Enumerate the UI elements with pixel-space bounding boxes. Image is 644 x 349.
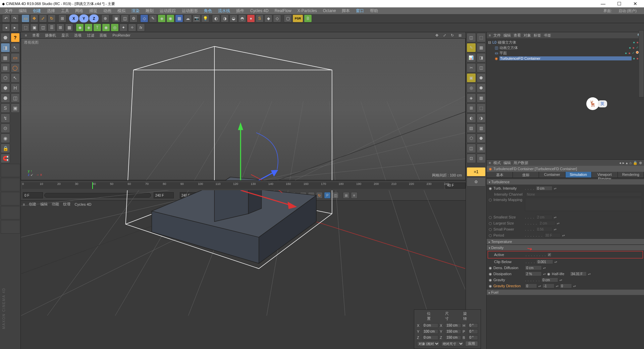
lt-axis[interactable]: ↯ xyxy=(1,113,10,123)
rt-ratio[interactable]: =1 xyxy=(467,167,486,177)
lt-grid2[interactable] xyxy=(1,178,20,191)
menu-create[interactable]: 创建 xyxy=(30,7,44,14)
pos-z-field[interactable]: 0 cm xyxy=(422,335,438,340)
menu-octane[interactable]: Octane xyxy=(320,8,339,14)
lt-grid5[interactable] xyxy=(1,220,20,234)
last-tool[interactable]: ⊞ xyxy=(58,14,66,22)
rot-p-field[interactable]: 0 ° xyxy=(468,329,478,334)
attr-body[interactable]: Turbulence ◉Turb. Intensity. . . . 0 cm▴… xyxy=(487,178,644,349)
tab-container[interactable]: Container xyxy=(539,172,565,178)
maximize-button[interactable]: ☐ xyxy=(612,1,626,6)
lt-help[interactable]: ? xyxy=(11,33,20,42)
size-z-field[interactable]: 150 cm xyxy=(445,335,461,340)
am-edit[interactable]: 编辑 xyxy=(503,160,511,165)
rt-k[interactable]: ◎ xyxy=(467,83,476,93)
viewport[interactable]: 透视视图 xyxy=(21,38,466,180)
om-bookmarks[interactable]: 书签 xyxy=(544,33,551,38)
small-power-field[interactable]: 0.56 xyxy=(536,227,552,232)
om-view[interactable]: 查看 xyxy=(514,33,521,38)
tool-d[interactable]: ◓ xyxy=(238,14,246,22)
om-object[interactable]: 对象 xyxy=(524,33,531,38)
rt-n[interactable]: ▦ xyxy=(477,93,486,103)
render-view[interactable]: ▣ xyxy=(112,14,120,22)
axis-y-toggle[interactable]: Y xyxy=(79,14,89,22)
menu-tools[interactable]: 工具 xyxy=(58,7,72,14)
t2-k[interactable]: ✦ xyxy=(119,23,127,32)
rt-l[interactable]: ⬢ xyxy=(477,83,486,93)
smallest-size-field[interactable]: 2 cm xyxy=(536,215,552,219)
menu-plugins[interactable]: 插件 xyxy=(233,7,247,14)
vpm-prorender[interactable]: ProRender xyxy=(110,33,132,37)
am-lock-icon[interactable]: 🔒 xyxy=(633,161,638,165)
add-light[interactable]: 💡 xyxy=(201,14,209,22)
lt-lock[interactable]: 🔒 xyxy=(1,144,10,153)
octane-s[interactable]: S xyxy=(256,14,264,22)
timeline-track[interactable]: 0102030405060708090100110120130140150160… xyxy=(22,182,444,189)
om-file[interactable]: 文件 xyxy=(493,33,501,38)
menu-snap[interactable]: 捕捉 xyxy=(87,7,100,14)
rt-a[interactable]: ◫ xyxy=(467,33,476,42)
lt-m1[interactable]: ◫ xyxy=(11,93,20,103)
psr-toggle[interactable]: PSR xyxy=(292,14,303,22)
t2-history2[interactable]: ▸ xyxy=(11,23,19,32)
t2-g[interactable]: ◆ xyxy=(76,23,84,32)
menu-mesh[interactable]: 网格 xyxy=(72,7,86,14)
menu-pipeline[interactable]: 流水线 xyxy=(215,7,233,14)
t2-history[interactable]: ◂ xyxy=(2,23,10,32)
lt-grid3[interactable] xyxy=(1,192,20,205)
object-tree[interactable]: ⊟L0 碰撞立方体 ●●✓ ◫ 动画立方体 ●●✓ ▭ 平面 ●●✓ ◉ Tur… xyxy=(487,38,644,159)
render-region[interactable]: ◫ xyxy=(121,14,129,22)
lt-tweak[interactable]: S xyxy=(1,103,10,113)
t2-text[interactable]: T xyxy=(93,23,101,32)
menu-character[interactable]: 角色 xyxy=(201,7,215,14)
tab-rendering[interactable]: Rendering xyxy=(618,172,644,178)
rt-p[interactable]: ⬚ xyxy=(477,103,486,113)
tab-coord[interactable]: 坐标 xyxy=(513,172,539,178)
halflife-field[interactable]: 34.31 F xyxy=(570,271,587,276)
gravity-dir-z[interactable]: 0 xyxy=(560,284,572,288)
am-fwd-icon[interactable]: ▸ xyxy=(623,161,625,165)
vpm-options[interactable]: 选项 xyxy=(72,33,84,38)
om-edit[interactable]: 编辑 xyxy=(503,33,511,38)
t2-d[interactable]: ☰ xyxy=(48,23,56,32)
intensity-mapping-graph[interactable] xyxy=(525,198,642,211)
rt-g[interactable]: ✂ xyxy=(467,63,476,72)
close-button[interactable]: ✕ xyxy=(629,1,642,6)
section-turbulence[interactable]: Turbulence xyxy=(487,179,644,185)
rt-r[interactable]: ◑ xyxy=(477,113,486,123)
om-tags[interactable]: 标签 xyxy=(534,33,541,38)
tool-i[interactable]: B xyxy=(304,14,312,22)
object-row[interactable]: ◫ 动画立方体 ●●✓ xyxy=(488,45,643,50)
axis-x-toggle[interactable]: X xyxy=(69,14,78,22)
lt-snap[interactable]: ⊙ xyxy=(1,123,10,133)
vp-nav1-icon[interactable]: ✥ xyxy=(433,33,440,38)
menu-render[interactable]: 渲染 xyxy=(129,7,142,14)
rot-h-field[interactable]: 0 ° xyxy=(468,323,478,328)
menu-anim[interactable]: 动画 xyxy=(101,7,114,14)
size-y-field[interactable]: 150 cm xyxy=(445,329,461,334)
lt-poly[interactable]: ⬣ xyxy=(1,93,10,103)
dens-diffusion-field[interactable]: 0 cm xyxy=(525,265,542,270)
am-new-icon[interactable]: ⊕ xyxy=(639,161,642,165)
rotate-tool[interactable]: ↻ xyxy=(48,14,56,22)
side-tab-strip[interactable] xyxy=(639,30,644,97)
am-back-icon[interactable]: ◂ xyxy=(619,161,621,165)
lt-m2[interactable]: ▣ xyxy=(11,103,20,113)
coord-system[interactable]: ⊕ xyxy=(101,14,109,22)
lt-rect[interactable]: ▭ xyxy=(11,53,20,62)
pos-y-field[interactable]: 100 cm xyxy=(422,329,438,334)
t2-h[interactable]: ◈ xyxy=(85,23,93,32)
menu-mograph[interactable]: 运动图形 xyxy=(179,7,201,14)
render-settings[interactable]: ⚙ xyxy=(129,14,138,22)
redo-button[interactable]: ↷ xyxy=(11,14,19,22)
lt-texture[interactable]: ▦ xyxy=(1,53,10,62)
rt-h[interactable]: ◫ xyxy=(477,63,486,72)
dissipation-field[interactable]: 2 % xyxy=(525,271,542,276)
vp-nav3-icon[interactable]: ↻ xyxy=(449,33,456,38)
lt-move2[interactable]: ↖ xyxy=(11,73,20,83)
rt-x[interactable]: ▣ xyxy=(477,144,486,153)
gravity-dir-y[interactable]: -1 xyxy=(542,284,554,288)
add-camera[interactable]: 📷 xyxy=(193,14,201,22)
rt-b[interactable]: ⬚ xyxy=(477,33,486,42)
lt-soft[interactable]: ◉ xyxy=(1,134,10,143)
